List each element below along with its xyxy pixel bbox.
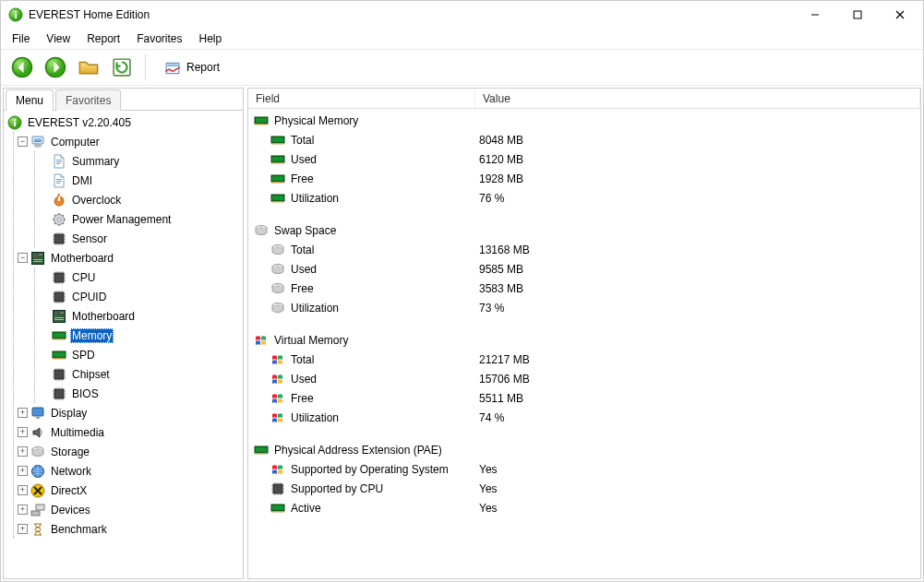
detail-row[interactable]: Total8048 MB [248,130,920,149]
ram-icon [270,191,285,206]
report-button-label: Report [186,61,220,74]
section-header[interactable]: Physical Memory [248,111,920,130]
field-label: Free [289,172,316,186]
tree-summary[interactable]: Summary [39,151,239,171]
tree-storage[interactable]: +Storage [18,442,239,461]
tree-spd[interactable]: SPD [39,345,239,364]
disk-icon [270,281,285,296]
tree-bios[interactable]: BIOS [39,384,239,403]
tree-root[interactable]: EVEREST v2.20.405 [7,113,239,132]
tree-display[interactable]: +Display [18,403,239,422]
detail-row[interactable]: Used15706 MB [248,369,920,388]
column-field[interactable]: Field [248,89,475,108]
detail-row[interactable]: ActiveYes [248,498,920,517]
refresh-button[interactable] [108,53,136,81]
minimize-button[interactable] [794,1,836,29]
content-area: Menu Favorites EVEREST v2.20.405 − Compu… [1,86,923,581]
tree-devices[interactable]: +Devices [18,500,239,519]
expand-icon[interactable]: + [18,427,28,437]
field-value: Yes [475,502,920,515]
maximize-button[interactable] [836,1,879,29]
menu-view[interactable]: View [39,30,78,47]
computer-icon [30,135,45,149]
detail-row[interactable]: Supported by Operating SystemYes [248,459,920,479]
tab-favorites[interactable]: Favorites [55,89,121,111]
tree-cpu[interactable]: CPU [39,267,239,287]
field-value: 6120 MB [475,153,920,166]
menu-report[interactable]: Report [79,30,127,47]
chip-icon [52,386,66,401]
ram-icon [254,113,269,128]
win-icon [270,462,285,477]
close-button[interactable] [879,1,921,29]
tree-cpuid[interactable]: CPUID [39,287,239,306]
expand-icon[interactable]: + [18,466,28,476]
tree-memory[interactable]: Memory [39,326,239,345]
tree-chipset[interactable]: Chipset [39,364,239,384]
section-header[interactable]: Physical Address Extension (PAE) [248,440,920,459]
detail-row[interactable]: Used9585 MB [248,259,920,279]
column-headers: Field Value [248,89,920,109]
detail-row[interactable]: Utilization74 % [248,408,920,427]
tree-power-mgmt[interactable]: Power Management [39,209,239,229]
detail-row[interactable]: Free5511 MB [248,388,920,408]
svg-rect-37 [854,11,861,18]
tree-root-label: EVEREST v2.20.405 [26,115,133,130]
win-icon [254,333,269,348]
menu-favorites[interactable]: Favorites [129,30,189,47]
chip-icon [52,270,66,285]
forward-button[interactable] [42,53,69,81]
tree-directx[interactable]: +DirectX [18,481,239,500]
field-label: Free [289,391,316,406]
detail-row[interactable]: Utilization73 % [248,298,920,317]
detail-row[interactable]: Total21217 MB [248,350,920,369]
detail-row[interactable]: Used6120 MB [248,149,920,169]
expand-icon[interactable]: + [18,524,28,534]
tree-computer[interactable]: − Computer [18,132,239,151]
field-label: Used [289,372,318,386]
ram-icon [52,348,66,362]
collapse-icon[interactable]: − [18,253,28,263]
section-header[interactable]: Swap Space [248,220,920,240]
tree-sensor[interactable]: Sensor [39,229,239,248]
open-folder-button[interactable] [75,53,102,81]
menu-help[interactable]: Help [192,30,230,47]
tree-dmi[interactable]: DMI [39,171,239,190]
tab-menu[interactable]: Menu [6,89,54,111]
column-value[interactable]: Value [475,89,920,108]
collapse-icon[interactable]: − [18,137,28,147]
tree[interactable]: EVEREST v2.20.405 − Computer Summary DMI… [4,111,243,578]
left-tabs: Menu Favorites [4,89,243,111]
report-button[interactable]: Report [155,53,228,81]
detail-row[interactable]: Free3583 MB [248,279,920,298]
back-button[interactable] [8,53,36,81]
field-label: Utilization [289,410,341,425]
tree-motherboard[interactable]: − Motherboard [18,248,239,267]
expand-icon[interactable]: + [18,505,28,515]
detail-row[interactable]: Total13168 MB [248,240,920,259]
detail-row[interactable]: Utilization76 % [248,188,920,208]
chip-icon [52,290,66,304]
expand-icon[interactable]: + [18,446,28,457]
motherboard-icon [30,251,45,266]
field-label: Utilization [289,301,341,315]
tree-multimedia[interactable]: +Multimedia [18,422,239,442]
expand-icon[interactable]: + [18,485,28,495]
tree-motherboard-label: Motherboard [49,251,115,266]
tree-network[interactable]: +Network [18,461,239,481]
left-pane: Menu Favorites EVEREST v2.20.405 − Compu… [3,88,244,579]
menu-file[interactable]: File [5,30,37,47]
app-window: EVEREST Home Edition File View Report Fa… [0,0,924,582]
detail-list[interactable]: Physical MemoryTotal8048 MBUsed6120 MBFr… [248,109,920,578]
tree-benchmark[interactable]: +Benchmark [18,519,239,539]
toolbar-separator [145,54,146,80]
tree-motherboard-item[interactable]: Motherboard [39,306,239,326]
field-value: Yes [475,482,920,495]
hourglass-icon [30,522,45,537]
section-header[interactable]: Virtual Memory [248,330,920,350]
tree-overclock[interactable]: Overclock [39,190,239,209]
expand-icon[interactable]: + [18,408,28,418]
report-icon [163,60,178,75]
detail-row[interactable]: Free1928 MB [248,169,920,188]
detail-row[interactable]: Supported by CPUYes [248,479,920,498]
